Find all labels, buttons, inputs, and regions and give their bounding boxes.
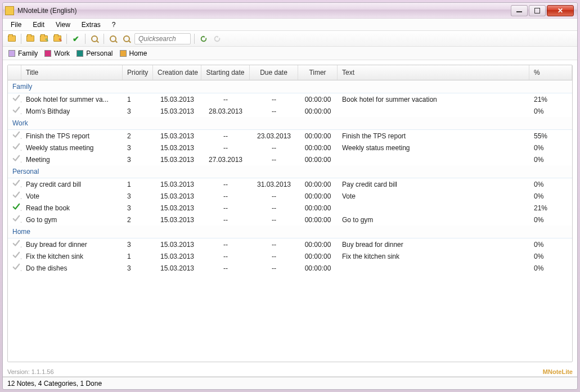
done-check-icon[interactable] (8, 250, 21, 262)
table-row[interactable]: Pay credit card bill115.03.2013--31.03.2… (8, 178, 572, 190)
cell-created: 15.03.2013 (153, 94, 201, 105)
category-work[interactable]: Work (44, 49, 70, 57)
cell-created: 15.03.2013 (153, 179, 201, 190)
cell-start: -- (201, 94, 250, 105)
done-check-icon[interactable] (8, 142, 21, 154)
col-due-header[interactable]: Due date (250, 65, 298, 80)
menu-edit[interactable]: Edit (28, 20, 49, 30)
cell-timer: 00:00:00 (298, 215, 338, 225)
table-row[interactable]: Do the dishes315.03.2013----00:00:000% (8, 262, 572, 274)
table-row[interactable]: Vote315.03.2013----00:00:00Vote0% (8, 190, 572, 202)
cell-title: Book hotel for summer va... (21, 94, 123, 105)
new-folder-button[interactable] (6, 33, 17, 44)
close-button[interactable]: ✕ (547, 5, 574, 16)
table-row[interactable]: Mom's Bithday315.03.201328.03.2013--00:0… (8, 105, 572, 117)
cell-priority: 3 (123, 191, 153, 201)
search-button[interactable] (89, 33, 100, 44)
done-check-icon[interactable] (8, 190, 21, 202)
cell-created: 15.03.2013 (153, 143, 201, 153)
group-header-home[interactable]: Home (8, 226, 572, 238)
category-label: Work (54, 49, 70, 57)
done-check-icon[interactable] (8, 178, 21, 190)
minimize-button[interactable] (511, 5, 528, 16)
cell-percent: 21% (529, 94, 572, 105)
cell-title: Mom's Bithday (21, 106, 123, 116)
notes-grid[interactable]: Title Priority Creation date Starting da… (7, 65, 573, 362)
col-text-header[interactable]: Text (338, 65, 529, 80)
cell-percent: 0% (529, 191, 572, 201)
done-check-icon[interactable] (8, 154, 21, 165)
done-check-icon[interactable] (8, 202, 21, 214)
cell-title: Meeting (21, 155, 123, 165)
folder-button-a[interactable] (25, 33, 36, 44)
done-check-icon[interactable] (8, 262, 21, 274)
folder-edit-button[interactable] (38, 33, 50, 44)
done-check-icon[interactable] (8, 93, 21, 105)
table-row[interactable]: Meeting315.03.201327.03.2013--00:00:000% (8, 154, 572, 165)
table-row[interactable]: Buy bread for dinner315.03.2013----00:00… (8, 238, 572, 250)
group-header-family[interactable]: Family (8, 80, 572, 93)
table-row[interactable]: Book hotel for summer va...115.03.2013--… (8, 93, 572, 105)
category-color-icon (77, 50, 83, 57)
category-color-icon (120, 50, 127, 57)
cell-priority: 2 (123, 131, 153, 141)
cell-due: -- (250, 94, 298, 105)
zoom-in-button[interactable] (107, 33, 119, 44)
cell-priority: 3 (123, 203, 153, 213)
cell-start: -- (201, 263, 250, 273)
col-title-header[interactable]: Title (21, 65, 123, 80)
cell-text (338, 207, 529, 209)
category-home[interactable]: Home (120, 49, 147, 57)
menu-q[interactable]: ? (107, 20, 120, 30)
cell-percent: 21% (529, 203, 572, 213)
mark-done-button[interactable]: ✔ (70, 33, 82, 44)
refresh-button[interactable] (198, 33, 209, 44)
category-color-icon (8, 50, 15, 57)
zoom-out-button[interactable] (121, 33, 132, 44)
table-row[interactable]: Weekly status meeting315.03.2013----00:0… (8, 142, 572, 154)
table-row[interactable]: Go to gym215.03.2013----00:00:00Go to gy… (8, 214, 572, 226)
column-header-row: Title Priority Creation date Starting da… (8, 65, 572, 80)
folder-delete-button[interactable] (52, 33, 63, 44)
cell-timer: 00:00:00 (298, 263, 338, 273)
titlebar[interactable]: MNoteLite (English) ✕ (3, 3, 577, 19)
col-priority-header[interactable]: Priority (123, 65, 153, 80)
cell-title: Finish the TPS report (21, 131, 123, 141)
done-check-icon[interactable] (8, 130, 21, 142)
menubar: FileEditViewExtras? (3, 19, 577, 31)
cell-timer: 00:00:00 (298, 191, 338, 201)
col-percent-header[interactable]: % (529, 65, 572, 80)
col-timer-header[interactable]: Timer (298, 65, 338, 80)
menu-view[interactable]: View (51, 20, 75, 30)
category-personal[interactable]: Personal (77, 49, 113, 57)
cell-text (338, 159, 529, 161)
done-check-icon[interactable] (8, 238, 21, 250)
quicksearch-input[interactable] (134, 33, 191, 44)
cell-text: Book hotel for summer vacation (338, 94, 529, 105)
group-header-personal[interactable]: Personal (8, 165, 572, 178)
cell-timer: 00:00:00 (298, 155, 338, 165)
cell-timer: 00:00:00 (298, 203, 338, 213)
cell-start: -- (201, 251, 250, 262)
col-icon-header[interactable] (8, 65, 21, 80)
cell-text: Go to gym (338, 215, 529, 225)
done-check-icon[interactable] (8, 214, 21, 226)
table-row[interactable]: Finish the TPS report215.03.2013--23.03.… (8, 130, 572, 142)
table-row[interactable]: Read the book315.03.2013----00:00:0021% (8, 202, 572, 214)
cell-created: 15.03.2013 (153, 263, 201, 273)
category-bar: FamilyWorkPersonalHome (3, 47, 577, 60)
col-created-header[interactable]: Creation date (153, 65, 201, 80)
group-header-work[interactable]: Work (8, 117, 572, 130)
cell-timer: 00:00:00 (298, 143, 338, 153)
table-row[interactable]: Fix the kitchen sink115.03.2013----00:00… (8, 250, 572, 262)
cell-title: Fix the kitchen sink (21, 251, 123, 262)
cell-due: -- (250, 251, 298, 262)
category-family[interactable]: Family (8, 49, 38, 57)
maximize-button[interactable] (529, 5, 546, 16)
menu-extras[interactable]: Extras (77, 20, 105, 30)
menu-file[interactable]: File (6, 20, 26, 30)
done-check-icon[interactable] (8, 105, 21, 117)
col-start-header[interactable]: Starting date (201, 65, 250, 80)
cell-due: 23.03.2013 (250, 131, 298, 141)
category-label: Family (18, 49, 38, 57)
